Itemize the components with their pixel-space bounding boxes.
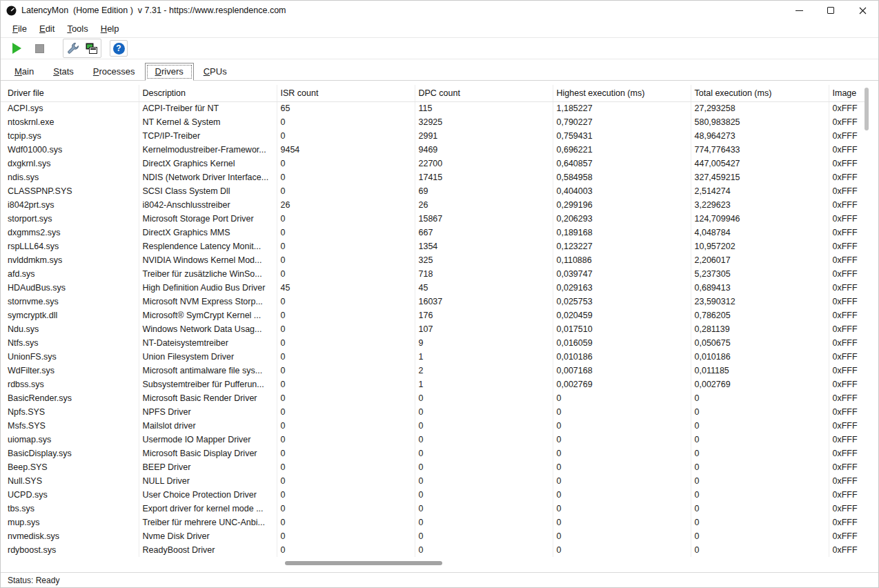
table-cell: 0 bbox=[553, 529, 691, 543]
table-row[interactable]: ntoskrnl.exeNT Kernel & System0329250,79… bbox=[1, 115, 865, 129]
table-cell: 22700 bbox=[415, 157, 553, 170]
close-button[interactable] bbox=[847, 1, 878, 20]
table-cell: 0 bbox=[691, 474, 829, 488]
table-cell: 0 bbox=[415, 391, 553, 405]
table-body: ACPI.sysACPI-Treiber für NT651151,185227… bbox=[1, 101, 865, 557]
table-cell: Microsoft Basic Render Driver bbox=[139, 391, 277, 405]
table-row[interactable]: BasicRender.sysMicrosoft Basic Render Dr… bbox=[1, 391, 865, 405]
table-row[interactable]: tbs.sysExport driver for kernel mode ...… bbox=[1, 502, 865, 516]
table-row[interactable]: Wdf01000.sysKernelmodustreiber-Framewor.… bbox=[1, 143, 865, 157]
vertical-scrollbar-thumb[interactable] bbox=[865, 88, 869, 130]
table-row[interactable]: dxgmms2.sysDirectX Graphics MMS06670,189… bbox=[1, 226, 865, 239]
column-header[interactable]: Description bbox=[139, 85, 277, 101]
table-cell: CLASSPNP.SYS bbox=[1, 184, 139, 198]
table-cell: afd.sys bbox=[1, 267, 139, 281]
table-cell: 0 bbox=[277, 419, 415, 433]
table-row[interactable]: stornvme.sysMicrosoft NVM Express Storp.… bbox=[1, 295, 865, 308]
menu-item-file[interactable]: File bbox=[6, 21, 33, 36]
column-header[interactable]: ISR count bbox=[277, 85, 415, 101]
table-row[interactable]: rdbss.sysSubsystemtreiber für Pufferun..… bbox=[1, 378, 865, 391]
column-header[interactable]: Total execution (ms) bbox=[691, 85, 829, 101]
table-row[interactable]: rdyboost.sysReadyBoost Driver00000xFFF bbox=[1, 543, 865, 557]
table-row[interactable]: UCPD.sysUser Choice Protection Driver000… bbox=[1, 488, 865, 502]
minimize-button[interactable] bbox=[783, 1, 815, 20]
table-cell: Treiber für mehrere UNC-Anbi... bbox=[139, 516, 277, 529]
table-cell: 0 bbox=[277, 295, 415, 308]
table-cell: 0,689413 bbox=[691, 281, 829, 295]
table-cell: SCSI Class System Dll bbox=[139, 184, 277, 198]
table-cell: 0 bbox=[691, 488, 829, 502]
table-cell: 0 bbox=[415, 474, 553, 488]
tab-stats[interactable]: Stats bbox=[43, 63, 83, 80]
table-cell: 0xFFF bbox=[829, 502, 865, 516]
table-cell: 718 bbox=[415, 267, 553, 281]
table-cell: BasicDisplay.sys bbox=[1, 447, 139, 460]
table-row[interactable]: mup.sysTreiber für mehrere UNC-Anbi...00… bbox=[1, 516, 865, 529]
table-cell: 176 bbox=[415, 308, 553, 322]
column-header[interactable]: DPC count bbox=[415, 85, 553, 101]
column-header[interactable]: Highest execution (ms) bbox=[553, 85, 691, 101]
stop-monitor-button[interactable] bbox=[30, 40, 48, 57]
tab-cpus[interactable]: CPUs bbox=[194, 63, 237, 80]
table-cell: 0,020459 bbox=[553, 308, 691, 322]
table-cell: 0 bbox=[691, 460, 829, 474]
horizontal-scrollbar-thumb[interactable] bbox=[285, 561, 442, 565]
tab-strip: MainStatsProcessesDriversCPUs bbox=[1, 59, 878, 81]
table-row[interactable]: Beep.SYSBEEP Driver00000xFFF bbox=[1, 460, 865, 474]
table-cell: 0 bbox=[553, 543, 691, 557]
table-row[interactable]: CLASSPNP.SYSSCSI Class System Dll0690,40… bbox=[1, 184, 865, 198]
table-cell: 0xFFF bbox=[829, 295, 865, 308]
table-row[interactable]: HDAudBus.sysHigh Definition Audio Bus Dr… bbox=[1, 281, 865, 295]
menu-item-edit[interactable]: Edit bbox=[33, 21, 61, 36]
column-header[interactable]: Driver file bbox=[1, 85, 139, 101]
tab-drivers[interactable]: Drivers bbox=[145, 63, 194, 81]
table-cell: High Definition Audio Bus Driver bbox=[139, 281, 277, 295]
table-cell: 0 bbox=[277, 391, 415, 405]
table-row[interactable]: Ndu.sysWindows Network Data Usag...01070… bbox=[1, 322, 865, 336]
table-row[interactable]: tcpip.sysTCP/IP-Treiber029910,75943148,9… bbox=[1, 129, 865, 143]
table-cell: 0xFFF bbox=[829, 350, 865, 364]
menu-item-tools[interactable]: Tools bbox=[61, 21, 94, 36]
start-monitor-button[interactable] bbox=[8, 40, 26, 57]
tab-main[interactable]: Main bbox=[5, 63, 43, 80]
table-row[interactable]: afd.sysTreiber für zusätzliche WinSo...0… bbox=[1, 267, 865, 281]
table-row[interactable]: BasicDisplay.sysMicrosoft Basic Display … bbox=[1, 447, 865, 460]
table-row[interactable]: symcryptk.dllMicrosoft® SymCrypt Kernel … bbox=[1, 308, 865, 322]
menubar: FileEditToolsHelp bbox=[1, 20, 878, 38]
table-row[interactable]: Ntfs.sysNT-Dateisystemtreiber090,0160590… bbox=[1, 336, 865, 350]
vertical-scrollbar[interactable] bbox=[864, 86, 870, 550]
maximize-button[interactable] bbox=[815, 1, 847, 20]
table-cell: 0,786205 bbox=[691, 308, 829, 322]
table-row[interactable]: i8042prt.sysi8042-Anschlusstreiber26260,… bbox=[1, 198, 865, 212]
table-row[interactable]: Npfs.SYSNPFS Driver00000xFFF bbox=[1, 405, 865, 419]
tab-processes[interactable]: Processes bbox=[83, 63, 145, 80]
table-cell: 0,640857 bbox=[553, 157, 691, 170]
table-row[interactable]: uiomap.sysUsermode IO Mapper Driver00000… bbox=[1, 433, 865, 447]
table-cell: 0,790227 bbox=[553, 115, 691, 129]
table-row[interactable]: Null.SYSNULL Driver00000xFFF bbox=[1, 474, 865, 488]
menu-item-help[interactable]: Help bbox=[95, 21, 126, 36]
table-row[interactable]: UnionFS.sysUnion Filesystem Driver010,01… bbox=[1, 350, 865, 364]
table-cell: 16037 bbox=[415, 295, 553, 308]
copy-windows-button[interactable] bbox=[82, 40, 100, 57]
table-row[interactable]: nvmedisk.sysNvme Disk Driver00000xFFF bbox=[1, 529, 865, 543]
table-row[interactable]: WdFilter.sysMicrosoft antimalware file s… bbox=[1, 364, 865, 378]
help-button[interactable]: ? bbox=[110, 40, 128, 57]
driver-tools-button[interactable] bbox=[64, 40, 82, 57]
column-header[interactable]: Image bbox=[829, 85, 865, 101]
horizontal-scrollbar[interactable] bbox=[1, 560, 878, 567]
table-cell: 9 bbox=[415, 336, 553, 350]
table-row[interactable]: rspLLL64.sysResplendence Latency Monit..… bbox=[1, 239, 865, 253]
table-cell: User Choice Protection Driver bbox=[139, 488, 277, 502]
table-cell: 447,005427 bbox=[691, 157, 829, 170]
table-row[interactable]: nvlddmkm.sysNVIDIA Windows Kernel Mod...… bbox=[1, 253, 865, 267]
table-cell: 0 bbox=[553, 447, 691, 460]
table-row[interactable]: dxgkrnl.sysDirectX Graphics Kernel022700… bbox=[1, 157, 865, 170]
table-cell: 0xFFF bbox=[829, 129, 865, 143]
table-row[interactable]: ndis.sysNDIS (Network Driver Interface..… bbox=[1, 170, 865, 184]
table-row[interactable]: Msfs.SYSMailslot driver00000xFFF bbox=[1, 419, 865, 433]
table-cell: 0xFFF bbox=[829, 516, 865, 529]
table-cell: ndis.sys bbox=[1, 170, 139, 184]
table-row[interactable]: storport.sysMicrosoft Storage Port Drive… bbox=[1, 212, 865, 226]
table-row[interactable]: ACPI.sysACPI-Treiber für NT651151,185227… bbox=[1, 101, 865, 115]
